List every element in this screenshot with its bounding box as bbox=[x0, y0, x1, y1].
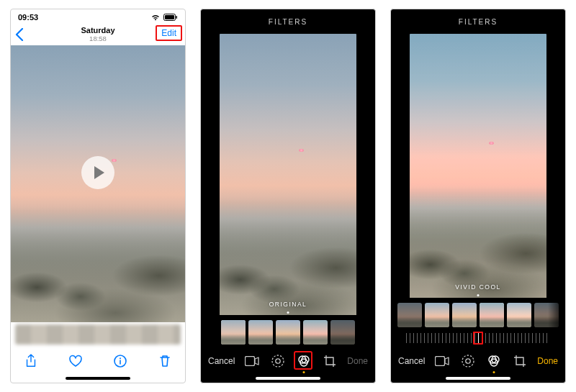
photo-preview[interactable] bbox=[11, 45, 185, 322]
thumbnail-strip[interactable] bbox=[11, 322, 185, 347]
edit-filters-original-screen: FILTERS ORIGINAL Cancel bbox=[200, 9, 376, 383]
edit-toolbar: Cancel Done bbox=[201, 347, 375, 375]
battery-icon bbox=[163, 14, 178, 21]
filter-thumb-original[interactable] bbox=[221, 320, 246, 345]
nav-title: Saturday 18:58 bbox=[81, 26, 114, 43]
svg-point-13 bbox=[462, 355, 474, 367]
done-button[interactable]: Done bbox=[347, 356, 368, 366]
filter-thumb[interactable] bbox=[330, 320, 355, 345]
bottom-toolbar bbox=[11, 347, 185, 375]
filter-thumb[interactable] bbox=[452, 303, 477, 327]
svg-point-7 bbox=[272, 355, 284, 367]
filter-thumb[interactable] bbox=[248, 320, 273, 345]
share-icon[interactable] bbox=[22, 352, 40, 370]
svg-point-5 bbox=[120, 357, 121, 359]
video-tool-icon[interactable] bbox=[244, 353, 260, 369]
wifi-icon bbox=[150, 14, 161, 21]
nav-time-label: 18:58 bbox=[81, 35, 114, 43]
edit-photo-preview[interactable]: VIVID COOL bbox=[410, 34, 546, 298]
cancel-button[interactable]: Cancel bbox=[208, 356, 235, 366]
edit-header: FILTERS bbox=[201, 9, 375, 34]
favorite-heart-icon[interactable] bbox=[67, 352, 84, 370]
crop-tool-icon[interactable] bbox=[512, 353, 528, 369]
filter-thumb[interactable] bbox=[425, 303, 449, 327]
svg-point-8 bbox=[276, 359, 280, 363]
svg-point-14 bbox=[466, 359, 470, 363]
edit-photo-preview[interactable]: ORIGINAL bbox=[220, 34, 356, 315]
current-filter-label: ORIGINAL bbox=[269, 301, 307, 308]
filter-thumb[interactable] bbox=[507, 303, 531, 327]
current-filter-label: VIVID COOL bbox=[455, 283, 501, 291]
filter-thumb[interactable] bbox=[534, 303, 559, 327]
home-indicator[interactable] bbox=[201, 375, 375, 383]
filter-thumb[interactable] bbox=[303, 320, 328, 345]
done-button[interactable]: Done bbox=[537, 356, 558, 366]
play-icon[interactable] bbox=[81, 156, 114, 189]
photos-viewer-screen: 09:53 Saturday 18:58 Edit CINEMATI bbox=[10, 9, 186, 383]
svg-rect-2 bbox=[176, 16, 178, 19]
svg-rect-6 bbox=[246, 357, 255, 366]
nav-bar: Saturday 18:58 Edit bbox=[11, 24, 185, 45]
svg-rect-1 bbox=[165, 15, 174, 19]
filter-thumbnails-row[interactable] bbox=[201, 318, 375, 347]
edit-header: FILTERS bbox=[391, 9, 565, 34]
adjust-tool-icon[interactable] bbox=[270, 353, 286, 369]
cancel-button[interactable]: Cancel bbox=[398, 356, 425, 366]
home-indicator[interactable] bbox=[391, 375, 565, 383]
back-chevron-icon[interactable] bbox=[15, 28, 24, 41]
edit-button[interactable]: Edit bbox=[156, 25, 182, 41]
home-indicator[interactable] bbox=[11, 375, 185, 383]
filter-thumbnails-row[interactable] bbox=[391, 301, 565, 329]
status-bar: 09:53 bbox=[11, 9, 185, 24]
svg-rect-12 bbox=[436, 357, 445, 366]
edit-toolbar: Cancel Done bbox=[391, 347, 565, 375]
crop-tool-icon[interactable] bbox=[322, 353, 338, 369]
filter-thumb-vivid-cool[interactable] bbox=[480, 303, 504, 327]
video-tool-icon[interactable] bbox=[434, 353, 450, 369]
status-time: 09:53 bbox=[18, 13, 38, 22]
filter-intensity-slider[interactable] bbox=[391, 329, 565, 347]
filter-thumb[interactable] bbox=[397, 303, 422, 327]
annotation-highlight bbox=[294, 351, 312, 370]
edit-filters-vividcool-screen: FILTERS VIVID COOL Cancel bbox=[390, 9, 566, 383]
filters-tool-icon[interactable] bbox=[486, 353, 502, 369]
info-icon[interactable] bbox=[112, 352, 129, 370]
annotation-highlight bbox=[473, 332, 483, 345]
trash-icon[interactable] bbox=[156, 352, 174, 370]
adjust-tool-icon[interactable] bbox=[460, 353, 476, 369]
filter-thumb[interactable] bbox=[276, 320, 300, 345]
filter-indicator-dot bbox=[477, 294, 480, 296]
filter-indicator-dot bbox=[287, 311, 289, 314]
nav-day-label: Saturday bbox=[81, 26, 114, 35]
